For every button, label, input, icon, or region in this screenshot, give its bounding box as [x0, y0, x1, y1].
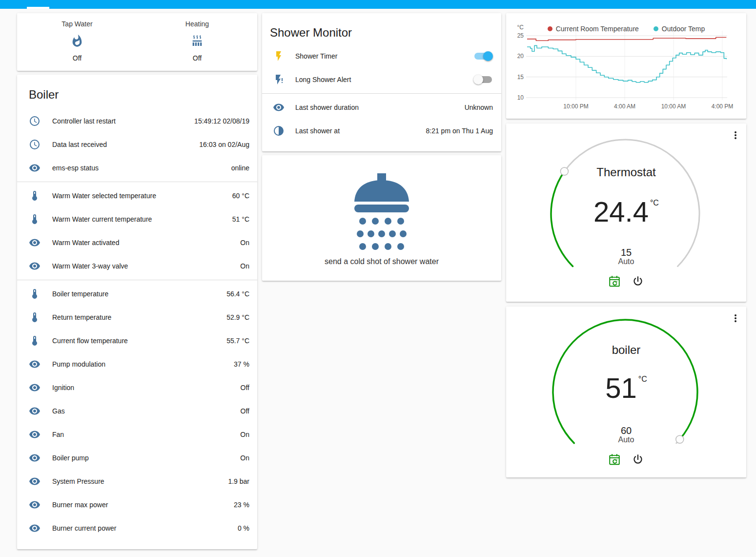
flash-icon: [273, 50, 285, 62]
toggle-knob: [483, 51, 493, 61]
eye-icon: [29, 260, 41, 272]
svg-text:10: 10: [517, 94, 524, 101]
row-label: Warm Water selected temperature: [52, 192, 232, 200]
entity-row[interactable]: GasOff: [17, 399, 257, 423]
thermometer-icon: [29, 213, 41, 225]
entity-row[interactable]: Warm Water activatedOn: [17, 231, 257, 254]
gauge-value: 24.4 °C: [506, 197, 746, 227]
glance-state: Off: [73, 54, 82, 62]
svg-text:20: 20: [517, 53, 524, 60]
thermometer-icon: [29, 335, 41, 347]
entity-row[interactable]: Pump modulation37 %: [17, 352, 257, 376]
eye-icon: [29, 358, 41, 370]
long-shower-alert-toggle[interactable]: [474, 76, 492, 83]
row-label: Warm Water 3-way valve: [52, 262, 240, 270]
shower-timer-toggle[interactable]: [474, 53, 492, 60]
flash-alert-icon: [273, 74, 285, 85]
row-label: Pump modulation: [52, 360, 234, 368]
entity-row[interactable]: Burner max power23 %: [17, 493, 257, 516]
power-icon[interactable]: [632, 275, 644, 288]
eye-icon: [29, 452, 41, 464]
boiler-gauge-card: boiler 51 °C 60 Auto: [506, 307, 746, 477]
current-temperature: 51: [605, 373, 637, 403]
glance-tap-water[interactable]: Tap Water Off: [17, 18, 137, 67]
row-label: Gas: [52, 407, 241, 415]
entity-row[interactable]: IgnitionOff: [17, 376, 257, 399]
boiler-rows: Controller last restart15:49:12 02/08/19…: [17, 109, 257, 540]
divider: [262, 93, 501, 94]
row-label: Controller last restart: [52, 117, 194, 125]
row-value: 15:49:12 02/08/19: [194, 117, 249, 125]
calendar-sync-icon[interactable]: [608, 453, 621, 466]
eye-icon: [29, 162, 41, 174]
row-value: 60 °C: [232, 192, 249, 200]
entity-row: Shower Timer: [262, 44, 501, 68]
temperature-unit: °C: [638, 375, 647, 384]
row-label: Last shower at: [295, 127, 426, 135]
row-label: Ignition: [52, 384, 241, 392]
entity-row[interactable]: Warm Water selected temperature60 °C: [17, 184, 257, 207]
target-temperature: 15: [506, 247, 746, 258]
entity-row[interactable]: Controller last restart15:49:12 02/08/19: [17, 109, 257, 133]
calendar-sync-icon[interactable]: [608, 275, 621, 288]
entity-row[interactable]: System Pressure1.9 bar: [17, 470, 257, 493]
legend-label: Current Room Temperature: [556, 25, 639, 33]
legend-label: Outdoor Temp: [662, 25, 705, 33]
thermostat-card: Thermostat 24.4 °C 15 Auto: [506, 124, 746, 302]
temperature-history-card: 10:00 PM4:00 AM10:00 AM4:00 PM25201510°C…: [506, 13, 746, 119]
row-label: Shower Timer: [295, 52, 474, 60]
row-value: 55.7 °C: [226, 337, 249, 345]
eye-icon: [29, 429, 41, 440]
eye-icon: [29, 237, 41, 248]
row-value: Off: [241, 384, 249, 392]
card-title: Boiler: [17, 75, 257, 109]
entity-row[interactable]: Return temperature52.9 °C: [17, 306, 257, 329]
entity-row[interactable]: Last shower duration Unknown: [262, 96, 501, 119]
row-value: 8:21 pm on Thu 1 Aug: [426, 127, 493, 135]
thermometer-icon: [29, 288, 41, 300]
shower-monitor-card: Shower Monitor Shower Timer Long Shower …: [262, 13, 501, 151]
entity-row[interactable]: FanOn: [17, 423, 257, 446]
row-label: Burner current power: [52, 524, 238, 532]
entity-row[interactable]: Burner current power0 %: [17, 516, 257, 540]
row-value: online: [231, 164, 249, 172]
entity-row[interactable]: Data last received16:03 on 02/Aug: [17, 133, 257, 156]
row-label: Current flow temperature: [52, 337, 226, 345]
row-value: On: [240, 239, 249, 247]
svg-text:10:00 PM: 10:00 PM: [563, 103, 588, 110]
entity-row[interactable]: Boiler temperature56.4 °C: [17, 282, 257, 306]
legend-dot: [548, 26, 552, 31]
clock-icon: [29, 139, 41, 150]
row-value: 37 %: [234, 360, 249, 368]
row-value: On: [240, 262, 249, 270]
radiator-icon: [190, 34, 204, 48]
active-tab-indicator: [27, 7, 49, 9]
glance-heating[interactable]: Heating Off: [137, 18, 257, 67]
row-value: 52.9 °C: [226, 313, 249, 321]
svg-text:4:00 PM: 4:00 PM: [712, 103, 734, 110]
entity-row[interactable]: Boiler pumpOn: [17, 446, 257, 470]
current-temperature: 24.4: [593, 197, 649, 227]
glance-label: Tap Water: [61, 20, 92, 28]
power-icon[interactable]: [632, 453, 644, 466]
glance-state: Off: [193, 54, 202, 62]
cold-shot-label: send a cold shot of shower water: [325, 257, 439, 266]
entity-row[interactable]: Last shower at 8:21 pm on Thu 1 Aug: [262, 119, 501, 143]
row-label: ems-esp status: [52, 164, 231, 172]
entity-row[interactable]: Warm Water 3-way valveOn: [17, 254, 257, 278]
toggle-knob: [473, 75, 483, 84]
hvac-mode: Auto: [506, 257, 746, 266]
entity-row[interactable]: ems-esp statusonline: [17, 156, 257, 180]
card-title: Shower Monitor: [262, 13, 501, 44]
temperature-unit: °C: [650, 199, 659, 207]
thermometer-icon: [29, 190, 41, 202]
entity-row[interactable]: Current flow temperature55.7 °C: [17, 329, 257, 352]
row-label: Warm Water activated: [52, 239, 240, 247]
chart-legend: Current Room Temperature Outdoor Temp: [506, 25, 746, 33]
cold-shot-button-card[interactable]: send a cold shot of shower water: [262, 155, 501, 281]
svg-text:4:00 AM: 4:00 AM: [614, 103, 635, 110]
tap-heating-card: Tap Water Off Heating Off: [17, 13, 257, 71]
entity-row[interactable]: Warm Water current temperature51 °C: [17, 207, 257, 231]
row-value: 1.9 bar: [228, 477, 249, 485]
thermometer-icon: [29, 311, 41, 323]
